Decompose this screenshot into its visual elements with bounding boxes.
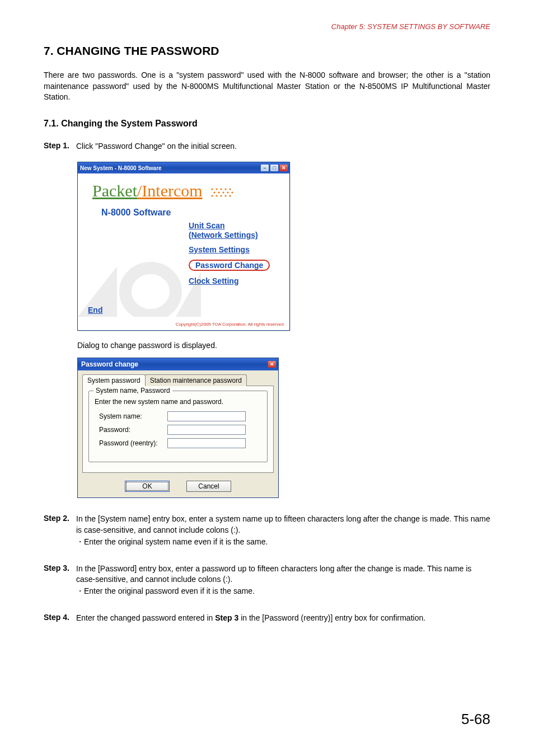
step-2: Step 2. In the [System name] entry box, … [44,514,490,547]
ok-button[interactable]: OK [125,481,170,492]
menu-link-label: Unit Scan [189,221,225,230]
step-4: Step 4. Enter the changed password enter… [44,613,490,624]
password-change-dialog: Password change ✕ System password Statio… [77,358,279,498]
svg-point-5 [220,189,222,190]
system-name-label: System name: [95,412,167,420]
logo-text-intercom: /Intercom [137,181,203,200]
step-text: In the [Password] entry box, enter a pas… [76,564,490,585]
tab-station-maintenance-password[interactable]: Station maintenance password [145,374,247,386]
svg-point-3 [211,189,213,190]
step-label: Step 2. [44,514,76,547]
menu-password-change[interactable]: Password Change [189,260,279,271]
maximize-button[interactable]: □ [270,164,279,172]
section-title: 7. CHANGING THE PASSWORD [44,44,490,58]
packet-intercom-logo: Packet/Intercom [88,181,279,202]
system-name-input[interactable] [167,411,246,421]
svg-point-14 [216,195,217,197]
menu-clock-setting[interactable]: Clock Setting [189,276,279,285]
svg-point-8 [213,192,215,194]
dialog-title: Password change [81,360,268,368]
svg-point-15 [220,195,222,197]
logo-text-packet: Packet [92,181,137,200]
svg-point-10 [222,192,224,194]
svg-point-7 [229,189,231,190]
copyright-text: Copyright(C)2005 TOA Corporation. All ri… [176,322,285,327]
password-reentry-label: Password (reentry): [95,439,167,447]
svg-point-4 [216,189,217,190]
svg-point-1 [125,268,176,315]
step-label: Step 3. [44,564,76,597]
svg-point-17 [229,195,231,197]
dots-icon [210,183,235,202]
close-button[interactable]: ✕ [279,164,288,172]
n8000-software-window: New System - N-8000 Software – □ ✕ Packe [77,162,290,331]
tab-system-password[interactable]: System password [82,374,146,386]
password-reentry-input[interactable] [167,438,246,448]
step-body: Click "Password Change" on the initial s… [76,141,490,152]
svg-point-13 [211,195,213,197]
svg-point-16 [224,195,226,197]
step-text: In the [System name] entry box, enter a … [76,514,490,536]
step-1: Step 1. Click "Password Change" on the i… [44,141,490,499]
group-title: System name, Password [93,387,172,395]
subsection-title: 7.1. Changing the System Password [44,119,490,129]
svg-point-6 [224,189,226,190]
end-link[interactable]: End [88,306,102,314]
system-name-password-group: System name, Password Enter the new syst… [88,391,268,462]
step-label: Step 4. [44,613,76,624]
close-button[interactable]: ✕ [268,360,277,368]
svg-point-12 [231,192,233,194]
step-bullet: ・Enter the original password even if it … [76,585,490,597]
software-label: N-8000 Software [88,208,279,218]
tab-panel: System name, Password Enter the new syst… [82,386,274,473]
window-title: New System - N-8000 Software [80,165,260,171]
page-number: 5-68 [461,711,490,728]
step-3: Step 3. In the [Password] entry box, ent… [44,564,490,597]
intro-paragraph: There are two passwords. One is a "syste… [44,70,490,103]
dialog-caption: Dialog to change password is displayed. [77,341,490,350]
step-text: Enter the changed password entered in St… [76,613,490,624]
password-label: Password: [95,426,167,434]
step-bullet: ・Enter the original system name even if … [76,536,490,548]
minimize-button[interactable]: – [260,164,269,172]
step-label: Step 1. [44,141,76,152]
menu-link-sublabel: (Network Settings) [189,231,258,240]
group-instruction: Enter the new system name and password. [95,398,261,406]
window-titlebar: New System - N-8000 Software – □ ✕ [78,162,289,173]
cancel-button[interactable]: Cancel [186,481,231,492]
menu-system-settings[interactable]: System Settings [189,245,279,254]
chapter-header: Chapter 5: SYSTEM SETTINGS BY SOFTWARE [44,22,490,31]
menu-unit-scan[interactable]: Unit Scan (Network Settings) [189,221,279,239]
dialog-titlebar: Password change ✕ [78,358,278,370]
password-input[interactable] [167,425,246,435]
svg-point-9 [218,192,219,194]
svg-point-11 [227,192,228,194]
